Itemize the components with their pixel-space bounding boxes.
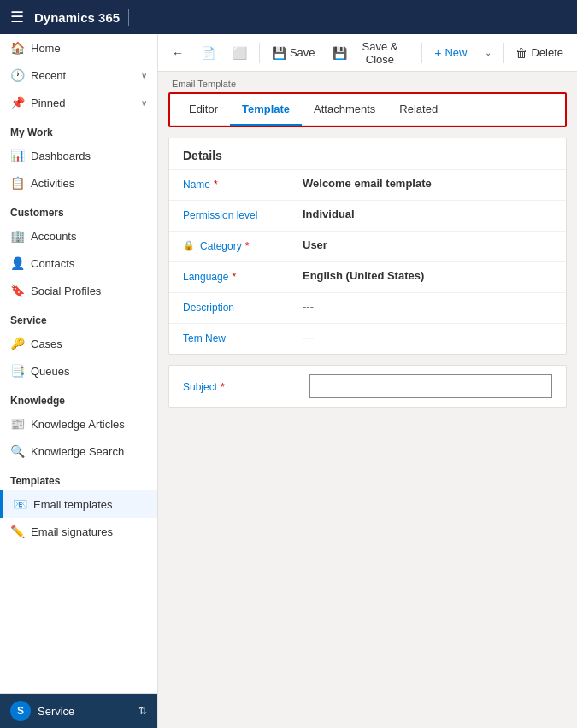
templates-section: Templates [0, 465, 157, 490]
subject-section: Subject * [168, 365, 567, 408]
sidebar-accounts-label: Accounts [31, 230, 147, 243]
sidebar-item-email-signatures[interactable]: ✏️ Email signatures [0, 518, 157, 545]
sidebar-item-home[interactable]: 🏠 Home [0, 34, 157, 62]
save-label: Save [290, 46, 315, 59]
sidebar-contacts-label: Contacts [31, 257, 147, 270]
sidebar-item-knowledge-articles[interactable]: 📰 Knowledge Articles [0, 410, 157, 437]
open-new-icon: ⬜ [233, 46, 247, 60]
field-row-name: Name * Welcome email template [169, 169, 566, 200]
field-label-description: Description [183, 300, 303, 314]
sidebar-item-email-templates[interactable]: 📧 Email templates [0, 490, 157, 518]
field-value-name: Welcome email template [303, 177, 552, 190]
save-close-label: Save & Close [350, 40, 410, 66]
sidebar-social-profiles-label: Social Profiles [31, 285, 147, 297]
field-label-name: Name * [183, 177, 303, 191]
sidebar-bottom-service[interactable]: S Service ⇅ [0, 693, 157, 728]
tab-template[interactable]: Template [230, 94, 302, 126]
field-label-category: 🔒 Category * [183, 238, 303, 252]
sidebar-item-cases[interactable]: 🔑 Cases [0, 330, 157, 357]
sidebar-home-label: Home [31, 42, 147, 55]
new-chevron-button[interactable]: ⌄ [478, 43, 498, 62]
hamburger-menu[interactable]: ☰ [10, 8, 24, 26]
cmd-divider-2 [421, 43, 422, 63]
sidebar-pinned-label: Pinned [31, 97, 134, 109]
required-indicator-name: * [214, 179, 218, 191]
home-icon: 🏠 [10, 41, 24, 55]
delete-button[interactable]: 🗑 Delete [509, 41, 570, 65]
knowledge-section: Knowledge [0, 385, 157, 410]
service-section: Service [0, 304, 157, 330]
avatar: S [10, 701, 31, 721]
required-indicator-subject: * [221, 381, 225, 393]
top-bar: ☰ Dynamics 365 [0, 0, 577, 34]
record-button[interactable]: 📄 [194, 41, 222, 65]
tab-related[interactable]: Related [387, 94, 450, 126]
open-new-button[interactable]: ⬜ [226, 41, 254, 65]
sidebar-item-contacts[interactable]: 👤 Contacts [0, 250, 157, 277]
field-label-tem-new: Tem New [183, 331, 303, 344]
knowledge-search-icon: 🔍 [10, 444, 24, 458]
sidebar-item-queues[interactable]: 📑 Queues [0, 357, 157, 385]
sidebar-knowledge-search-label: Knowledge Search [31, 445, 147, 458]
delete-label: Delete [531, 46, 563, 59]
new-icon: + [434, 46, 441, 60]
sidebar-item-social-profiles[interactable]: 🔖 Social Profiles [0, 277, 157, 304]
form-area: Email Template Editor Template Attachmen… [158, 72, 577, 728]
sidebar-item-recent[interactable]: 🕐 Recent ∨ [0, 62, 157, 89]
sidebar-item-dashboards[interactable]: 📊 Dashboards [0, 142, 157, 169]
tabs-container: Editor Template Attachments Related [168, 92, 567, 127]
customers-section: Customers [0, 197, 157, 222]
required-indicator-language: * [232, 271, 236, 283]
sidebar-item-activities[interactable]: 📋 Activities [0, 169, 157, 197]
save-close-icon: 💾 [333, 46, 347, 60]
back-button[interactable]: ← [165, 41, 191, 65]
back-icon: ← [172, 46, 184, 60]
field-label-permission: Permission level [183, 208, 303, 221]
save-close-button[interactable]: 💾 Save & Close [326, 35, 417, 71]
new-chevron-icon: ⌄ [485, 48, 492, 57]
field-row-description: Description --- [169, 292, 566, 323]
sidebar-item-accounts[interactable]: 🏢 Accounts [0, 222, 157, 250]
cmd-divider-3 [503, 43, 504, 63]
sidebar: 🏠 Home 🕐 Recent ∨ 📌 Pinned ∨ My Work 📊 D… [0, 34, 158, 728]
tabs-row: Editor Template Attachments Related [170, 94, 565, 126]
content-area: ← 📄 ⬜ 💾 Save 💾 Save & Close + New [158, 34, 577, 728]
my-work-section: My Work [0, 116, 157, 142]
sidebar-email-signatures-label: Email signatures [31, 525, 147, 538]
subject-row: Subject * [169, 366, 566, 407]
field-value-description: --- [303, 300, 552, 313]
app-title: Dynamics 365 [34, 10, 120, 25]
main-layout: 🏠 Home 🕐 Recent ∨ 📌 Pinned ∨ My Work 📊 D… [0, 34, 577, 728]
sidebar-email-templates-label: Email templates [33, 498, 147, 511]
sidebar-item-knowledge-search[interactable]: 🔍 Knowledge Search [0, 437, 157, 465]
email-templates-icon: 📧 [13, 497, 26, 511]
knowledge-articles-icon: 📰 [10, 417, 24, 431]
details-section: Details Name * Welcome email template Pe… [168, 138, 567, 355]
details-header: Details [169, 138, 566, 169]
activities-icon: 📋 [10, 176, 24, 190]
field-row-category: 🔒 Category * User [169, 231, 566, 261]
save-button[interactable]: 💾 Save [265, 41, 322, 65]
subject-input[interactable] [309, 374, 552, 398]
sidebar-bottom-label: Service [38, 705, 132, 718]
pinned-chevron-icon: ∨ [141, 98, 147, 108]
sidebar-item-pinned[interactable]: 📌 Pinned ∨ [0, 89, 157, 116]
pin-icon: 📌 [10, 96, 24, 109]
tab-editor[interactable]: Editor [177, 94, 230, 126]
field-label-language: Language * [183, 269, 303, 283]
field-row-permission: Permission level Individual [169, 200, 566, 231]
delete-icon: 🗑 [515, 46, 527, 60]
record-icon: 📄 [201, 46, 215, 60]
new-button[interactable]: + New [427, 41, 474, 65]
sidebar-bottom-chevron-icon: ⇅ [138, 705, 147, 717]
save-icon: 💾 [272, 46, 286, 60]
field-value-permission: Individual [303, 208, 552, 220]
field-value-language: English (United States) [303, 269, 552, 282]
cases-icon: 🔑 [10, 337, 24, 350]
sidebar-cases-label: Cases [31, 338, 147, 350]
top-bar-divider [128, 9, 129, 26]
cmd-divider-1 [259, 43, 260, 63]
tab-attachments[interactable]: Attachments [302, 94, 387, 126]
field-label-subject: Subject * [183, 379, 303, 393]
social-profiles-icon: 🔖 [10, 284, 24, 297]
